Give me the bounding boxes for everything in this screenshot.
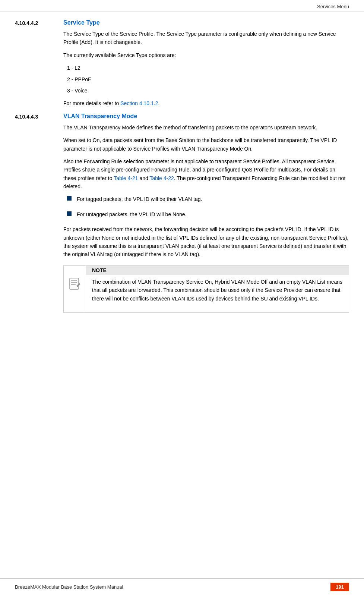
- svg-rect-0: [70, 278, 79, 289]
- footer-left: BreezeMAX Modular Base Station System Ma…: [15, 584, 123, 590]
- header-title: Services Menu: [317, 4, 349, 9]
- section-1-para-1: The Service Type of the Service Profile.…: [63, 30, 349, 47]
- note-icon: [68, 277, 82, 290]
- bullet-item-2: For untagged packets, the VPL ID will be…: [67, 210, 349, 218]
- option-pppoe: 2 - PPPoE: [67, 75, 349, 84]
- bullet-item-1: For tagged packets, the VPL ID will be t…: [67, 195, 349, 203]
- section-title-2: VLAN Transparency Mode: [63, 113, 137, 120]
- table-link-1[interactable]: Table 4-21: [114, 175, 138, 181]
- footer-right: 191: [330, 583, 349, 591]
- section-2-para-3: Also the Forwarding Rule selection param…: [63, 157, 349, 191]
- page-footer: BreezeMAX Modular Base Station System Ma…: [0, 578, 364, 595]
- option-l2: 1 - L2: [67, 64, 349, 72]
- bullet-square-2: [67, 211, 72, 216]
- section-number-2: 4.10.4.4.3: [15, 113, 56, 120]
- bullet-text-1: For tagged packets, the VPL ID will be t…: [77, 195, 202, 203]
- section-1-para-2: The currently available Service Type opt…: [63, 51, 349, 59]
- note-icon-area: [64, 266, 86, 312]
- section-2-after-bullets: For packets received from the network, t…: [63, 225, 349, 259]
- section-2-para-2: When set to On, data packets sent from t…: [63, 136, 349, 153]
- note-content: NOTE The combination of VLAN Transparenc…: [86, 266, 349, 312]
- section-4-10-4-4-3-header: 4.10.4.4.3 VLAN Transparency Mode: [15, 113, 349, 120]
- section-body-2: The VLAN Transparency Mode defines the m…: [63, 123, 349, 313]
- section-1-ref: For more details refer to Section 4.10.1…: [63, 99, 349, 107]
- section-4-10-4-4-2-header: 4.10.4.4.2 Service Type: [15, 19, 349, 26]
- note-title: NOTE: [86, 266, 349, 275]
- section-number-1: 4.10.4.4.2: [15, 19, 56, 26]
- section-title-1: Service Type: [63, 19, 100, 26]
- table-link-2[interactable]: Table 4-22: [149, 175, 174, 181]
- ref-prefix: For more details refer to: [63, 100, 120, 106]
- page-header: Services Menu: [0, 0, 364, 12]
- section-link[interactable]: Section 4.10.1.2: [120, 100, 158, 106]
- note-box: NOTE The combination of VLAN Transparenc…: [63, 265, 349, 313]
- option-voice: 3 - Voice: [67, 86, 349, 95]
- section-2-para-1: The VLAN Transparency Mode defines the m…: [63, 123, 349, 132]
- ref-suffix: .: [158, 100, 159, 106]
- bullet-square-1: [67, 196, 72, 201]
- note-text: The combination of VLAN Transparency Ser…: [92, 278, 343, 303]
- bullet-text-2: For untagged packets, the VPL ID will be…: [77, 210, 186, 218]
- section-body-1: The Service Type of the Service Profile.…: [63, 30, 349, 108]
- page-content: 4.10.4.4.2 Service Type The Service Type…: [0, 12, 364, 340]
